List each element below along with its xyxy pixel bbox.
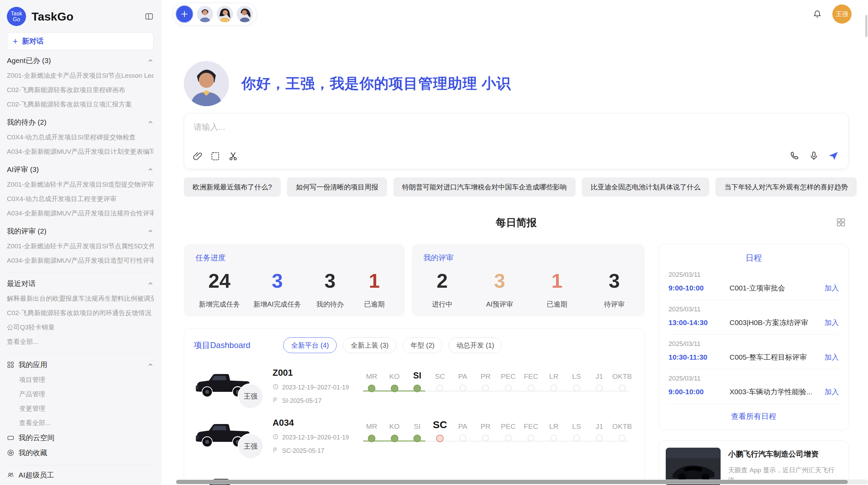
join-link[interactable]: 加入 xyxy=(824,283,839,293)
news-card[interactable]: 小鹏飞行汽车制造公司增资 天眼查 App 显示，近日广州汇天飞行汽... xyxy=(659,440,849,485)
team-member-avatar[interactable] xyxy=(217,6,233,22)
milestone-dot[interactable] xyxy=(505,385,512,391)
sidebar-item-cloud-space[interactable]: 我的云空间 xyxy=(7,430,154,445)
section-my-review[interactable]: 我的评审 (2) xyxy=(7,223,154,239)
chevron-up-icon[interactable] xyxy=(147,362,154,368)
project-row[interactable]: 王强 Z001 2023-12-19~2027-01-19 SI-2025-05… xyxy=(194,367,635,405)
milestone-dot[interactable] xyxy=(596,385,603,391)
milestone-dot[interactable] xyxy=(573,385,580,391)
app-link[interactable]: 项目管理 xyxy=(7,373,154,387)
chat-input[interactable] xyxy=(194,122,645,132)
milestone-dot[interactable] xyxy=(505,435,512,442)
milestone-dot[interactable] xyxy=(619,385,626,391)
list-item[interactable]: A034-全新新能源MUV产品开发项目法规符合性评审 xyxy=(7,206,154,221)
chevron-up-icon[interactable] xyxy=(147,58,154,64)
list-item[interactable]: Z001-全新燃油轻卡产品开发项目SI节点属性5D文件评审 xyxy=(7,239,154,253)
horizontal-scrollbar[interactable] xyxy=(176,480,868,484)
scissors-icon[interactable] xyxy=(228,151,238,161)
join-link[interactable]: 加入 xyxy=(824,352,839,362)
screenshot-image-icon[interactable] xyxy=(210,151,220,161)
view-all-schedule-link[interactable]: 查看所有日程 xyxy=(668,404,839,424)
milestone-dot[interactable] xyxy=(368,385,375,392)
milestone-dot[interactable] xyxy=(459,435,466,442)
layout-grid-icon[interactable] xyxy=(836,217,846,227)
chevron-up-icon[interactable] xyxy=(147,166,154,173)
milestone-dot[interactable] xyxy=(573,435,580,442)
milestone-dot[interactable] xyxy=(619,435,626,442)
list-item[interactable]: Z001-全新燃油皮卡产品开发项目SI节点Lesson Learn报告 xyxy=(7,69,154,83)
section-my-apps[interactable]: 我的应用 xyxy=(7,357,154,373)
chevron-up-icon[interactable] xyxy=(147,228,154,234)
sidebar-item-ai-super-staff[interactable]: AI超级员工 xyxy=(7,468,154,483)
milestone-dot[interactable] xyxy=(459,385,466,391)
view-all-link[interactable]: 查看全部... xyxy=(7,335,154,349)
section-ai-review[interactable]: AI评审 (3) xyxy=(7,162,154,177)
milestone-dot[interactable] xyxy=(436,435,444,442)
sidebar-item-favorites[interactable]: 我的收藏 xyxy=(7,445,154,460)
send-icon[interactable] xyxy=(828,150,839,161)
list-item[interactable]: C02-飞腾新能源轻客改款项目的闭环通告反馈情况 xyxy=(7,306,154,320)
collapse-sidebar-icon[interactable] xyxy=(145,12,154,21)
milestone-dot[interactable] xyxy=(528,435,534,442)
team-member-avatar[interactable] xyxy=(197,6,213,22)
stat-value: 1 xyxy=(542,269,572,292)
join-link[interactable]: 加入 xyxy=(824,318,839,327)
vertical-scrollbar-thumb[interactable] xyxy=(865,15,867,37)
milestone-dot[interactable] xyxy=(482,435,489,442)
project-row[interactable]: 王强 A034 2023-12-19~2026-01-19 SC-2025-05… xyxy=(194,417,635,455)
list-item[interactable]: 解释最新出台的欧盟报废车法规再生塑料比例被调至15%... xyxy=(7,291,154,306)
list-item[interactable]: A034-全新新能源MUV产品开发项目计划变更表编写 xyxy=(7,145,154,159)
milestone-dot[interactable] xyxy=(482,385,489,391)
horizontal-scrollbar-thumb[interactable] xyxy=(176,480,848,484)
app-link[interactable]: 产品管理 xyxy=(7,387,154,401)
sidebar-item-help-write[interactable]: 帮我写作 xyxy=(7,483,154,485)
add-member-button[interactable] xyxy=(176,5,193,23)
list-item[interactable]: A034-全新新能源MUV产品开发项目造型可行性评审 xyxy=(7,253,154,268)
suggestion-chip[interactable]: 当下年轻人对汽车外观有怎样的喜好趋势 xyxy=(715,177,857,197)
tab-all-new-platform[interactable]: 全新平台 (4) xyxy=(283,337,337,353)
tab-powertrain[interactable]: 动总开发 (1) xyxy=(448,337,502,353)
suggestion-chip[interactable]: 如何写一份清晰的项目周报 xyxy=(287,177,387,197)
tab-year-model[interactable]: 年型 (2) xyxy=(402,337,442,353)
microphone-icon[interactable] xyxy=(809,151,819,161)
assistant-avatar xyxy=(184,61,229,106)
milestone-dot[interactable] xyxy=(391,435,398,442)
stat-value: 24 xyxy=(199,269,240,292)
list-item[interactable]: C0X4-动力总成开发项目SI里程碑提交物检查 xyxy=(7,130,154,145)
milestone-dot[interactable] xyxy=(413,435,421,442)
attachment-icon[interactable] xyxy=(192,151,203,161)
section-agent-done[interactable]: Agent已办 (3) xyxy=(7,53,154,69)
team-member-avatar[interactable] xyxy=(237,6,253,22)
suggestion-chip[interactable]: 欧洲新规最近颁布了什么? xyxy=(184,177,281,197)
milestone-label: LR xyxy=(542,370,565,385)
user-avatar[interactable]: 王强 xyxy=(832,4,852,24)
milestone-label: PA xyxy=(451,370,474,385)
tab-new-body[interactable]: 全新上装 (3) xyxy=(343,337,396,353)
milestone-dot[interactable] xyxy=(550,435,557,442)
chevron-up-icon[interactable] xyxy=(147,119,154,125)
list-item[interactable]: C0X4-动力总成开发项目工程变更评审 xyxy=(7,192,154,206)
star-circle-icon xyxy=(7,449,19,457)
milestone-dot[interactable] xyxy=(391,385,398,392)
phone-call-icon[interactable] xyxy=(789,151,800,161)
notification-bell-icon[interactable] xyxy=(812,9,822,19)
list-item[interactable]: C02-飞腾新能源轻客改款项目里程碑画布 xyxy=(7,83,154,97)
milestone-dot[interactable] xyxy=(550,385,557,391)
section-my-todo[interactable]: 我的待办 (2) xyxy=(7,114,154,130)
section-recent-chats[interactable]: 最近对话 xyxy=(7,276,154,291)
app-link[interactable]: 变更管理 xyxy=(7,401,154,416)
milestone-dot[interactable] xyxy=(596,435,603,442)
view-all-link[interactable]: 查看全部... xyxy=(7,416,154,430)
list-item[interactable]: 公司Q3轻卡销量 xyxy=(7,320,154,335)
join-link[interactable]: 加入 xyxy=(824,387,839,397)
new-chat-button[interactable]: + 新对话 xyxy=(7,32,154,50)
chevron-up-icon[interactable] xyxy=(147,281,154,287)
milestone-dot[interactable] xyxy=(528,385,534,391)
milestone-dot[interactable] xyxy=(436,385,443,391)
milestone-dot[interactable] xyxy=(368,435,375,442)
list-item[interactable]: C02-飞腾新能源轻客改款项目立项汇报方案 xyxy=(7,97,154,112)
list-item[interactable]: Z001-全新燃油轻卡产品开发项目SI造型提交物评审 xyxy=(7,177,154,192)
suggestion-chip[interactable]: 特朗普可能对进口汽车增税会对中国车企造成哪些影响 xyxy=(393,177,576,197)
milestone-dot[interactable] xyxy=(413,385,421,392)
suggestion-chip[interactable]: 比亚迪全固态电池计划具体说了什么 xyxy=(582,177,709,197)
